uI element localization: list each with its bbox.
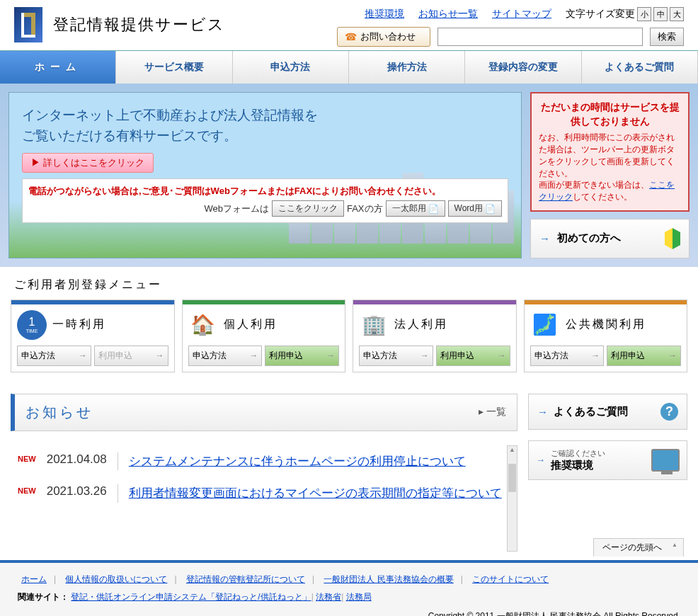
top-links: 推奨環境 お知らせ一覧 サイトマップ 文字サイズ変更 小 中 大 [365, 7, 684, 21]
public-apply-button[interactable]: 申込方法→ [530, 346, 605, 366]
news-link[interactable]: システムメンテナンスに伴うホームページの利用停止について [118, 452, 510, 471]
news-item: NEW 2021.04.08 システムメンテナンスに伴うホームページの利用停止に… [18, 445, 510, 478]
ichitaro-button[interactable]: 一太郎用 📄 [386, 200, 445, 217]
font-large-button[interactable]: 大 [670, 7, 684, 21]
main-nav: ホーム サービス概要 申込方法 操作方法 登録内容の変更 よくあるご質問 [0, 50, 698, 84]
phone-icon: ☎ [345, 31, 357, 42]
search-button[interactable]: 検索 [650, 28, 684, 46]
news-item: NEW 2021.03.26 利用者情報変更画面におけるマイページの表示期間の指… [18, 477, 510, 510]
nav-change[interactable]: 登録内容の変更 [465, 51, 581, 84]
related-houmukyoku[interactable]: 法務局 [346, 592, 372, 602]
hero-section: インターネット上で不動産および法人登記情報を ご覧いただける有料サービスです。 … [0, 84, 698, 267]
nav-overview[interactable]: サービス概要 [116, 51, 232, 84]
logo-icon [14, 7, 42, 42]
page-top-area: ページの先頭へ [0, 535, 698, 560]
news-link[interactable]: 利用者情報変更画面におけるマイページの表示期間の指定等について [118, 484, 510, 503]
related-touki[interactable]: 登記・供託オンライン申請システム「登記ねっと/供託ねっと」 [71, 592, 311, 602]
hero-banner: インターネット上で不動産および法人登記情報を ご覧いただける有料サービスです。 … [8, 92, 522, 258]
site-title: 登記情報提供サービス [53, 14, 225, 35]
hero-contact-msg: 電話がつながらない場合は,ご意見･ご質問はWebフォームまたはFAXによりお問い… [28, 185, 502, 198]
card-corp: 🏢 法人利用 申込方法→ 利用申込→ [353, 300, 517, 372]
font-medium-button[interactable]: 中 [653, 7, 668, 21]
search-input[interactable] [437, 28, 643, 46]
word-button[interactable]: Word用 📄 [448, 200, 502, 217]
user-cards: 1TIME 一時利用 申込方法→ 利用申込→ 🏠 個人利用 申込方法→ 利用申込… [0, 300, 698, 372]
card-temp: 1TIME 一時利用 申込方法→ 利用申込→ [11, 300, 175, 372]
public-use-button[interactable]: 利用申込→ [607, 346, 681, 366]
first-time-label: 初めての方へ [557, 232, 621, 245]
page-top-button[interactable]: ページの先頭へ [593, 538, 684, 557]
contact-button[interactable]: ☎ お問い合わせ [337, 27, 430, 47]
nav-howto[interactable]: 操作方法 [349, 51, 465, 84]
arrow-right-icon: → [537, 406, 548, 418]
news-column: お知らせ ▸ 一覧 NEW 2021.04.08 システムメンテナンスに伴うホー… [11, 394, 517, 524]
news-header: お知らせ ▸ 一覧 [11, 394, 517, 431]
footer-privacy[interactable]: 個人情報の取扱いについて [65, 574, 167, 584]
building-icon: 🏢 [359, 310, 389, 340]
fax-label: FAXの方 [347, 203, 383, 215]
corp-apply-button[interactable]: 申込方法→ [359, 346, 433, 366]
footer-links: ホーム| 個人情報の取扱いについて| 登記情報の管轄登記所について| 一般財団法… [18, 574, 680, 586]
hero-text: インターネット上で不動産および法人登記情報を ご覧いただける有料サービスです。 [22, 105, 508, 146]
beginner-icon [665, 228, 680, 249]
header-right: 推奨環境 お知らせ一覧 サイトマップ 文字サイズ変更 小 中 大 ☎ お問い合わ… [337, 7, 684, 47]
user-menu-title: ご利用者別登録メニュー [0, 267, 698, 300]
nav-home[interactable]: ホーム [0, 51, 116, 84]
news-list: NEW 2021.04.08 システムメンテナンスに伴うホームページの利用停止に… [11, 431, 517, 524]
footer: ホーム| 個人情報の取扱いについて| 登記情報の管轄登記所について| 一般財団法… [0, 560, 698, 616]
header: 登記情報提供サービス 推奨環境 お知らせ一覧 サイトマップ 文字サイズ変更 小 … [0, 0, 698, 50]
personal-apply-button[interactable]: 申込方法→ [188, 346, 263, 366]
clock-icon: 1TIME [17, 310, 47, 340]
service-alert: ただいまの時間はサービスを提供しておりません なお、利用時間帯にこの表示がされた… [530, 92, 690, 212]
copyright: Copyright © 2011 一般財団法人 民事法務協会 All Right… [18, 610, 680, 616]
arrow-right-icon: → [536, 455, 545, 465]
corp-use-button[interactable]: 利用申込→ [436, 346, 510, 366]
hero-contact-row: Webフォームは ここをクリック FAXの方 一太郎用 📄 Word用 📄 [28, 200, 502, 217]
related-sites: 関連サイト： 登記・供託オンライン申請システム「登記ねっと/供託ねっと」| 法務… [18, 591, 680, 603]
card-personal: 🏠 個人利用 申込方法→ 利用申込→ [182, 300, 346, 372]
card-public: 🗾 公共機関利用 申込方法→ 利用申込→ [524, 300, 688, 372]
content-row: お知らせ ▸ 一覧 NEW 2021.04.08 システムメンテナンスに伴うホー… [0, 372, 698, 535]
faq-button[interactable]: → よくあるご質問 ? [528, 394, 687, 430]
hero-detail-button[interactable]: ▶ 詳しくはここをクリック [22, 153, 154, 173]
env-button[interactable]: → ご確認ください 推奨環境 [528, 440, 687, 480]
new-badge: NEW [18, 452, 36, 463]
news-date: 2021.04.08 [47, 452, 107, 467]
arrow-right-icon: → [539, 232, 550, 244]
webform-button[interactable]: ここをクリック [272, 200, 344, 217]
footer-org[interactable]: 一般財団法人 民事法務協会の概要 [324, 574, 453, 584]
font-small-button[interactable]: 小 [637, 7, 651, 21]
footer-jurisdiction[interactable]: 登記情報の管轄登記所について [186, 574, 305, 584]
person-map-icon: 🗾 [530, 310, 560, 340]
webform-label: Webフォームは [204, 203, 269, 215]
link-news-list[interactable]: お知らせ一覧 [418, 8, 478, 21]
logo-area[interactable]: 登記情報提供サービス [14, 7, 225, 42]
temp-apply-button[interactable]: 申込方法→ [17, 346, 91, 366]
nav-faq[interactable]: よくあるご質問 [582, 51, 698, 84]
house-icon: 🏠 [188, 310, 218, 340]
hero-contact-box: 電話がつながらない場合は,ご意見･ご質問はWebフォームまたはFAXによりお問い… [22, 178, 508, 223]
footer-about[interactable]: このサイトについて [472, 574, 549, 584]
footer-home[interactable]: ホーム [21, 574, 47, 584]
first-time-button[interactable]: → 初めての方へ [530, 219, 690, 258]
news-date: 2021.03.26 [47, 484, 107, 498]
temp-use-button[interactable]: 利用申込→ [94, 346, 168, 366]
link-env[interactable]: 推奨環境 [365, 8, 404, 21]
question-icon: ? [660, 403, 678, 421]
header-row2: ☎ お問い合わせ 検索 [337, 27, 684, 47]
link-sitemap[interactable]: サイトマップ [492, 8, 551, 21]
alert-body: なお、利用時間帯にこの表示がされた場合は、ツールバー上の更新ボタンをクリックして… [539, 132, 681, 203]
news-list-link[interactable]: ▸ 一覧 [479, 406, 506, 418]
nav-apply[interactable]: 申込方法 [233, 51, 349, 84]
personal-use-button[interactable]: 利用申込→ [265, 346, 339, 366]
news-scrollbar[interactable]: ▲ [507, 445, 517, 552]
font-size-control: 文字サイズ変更 小 中 大 [566, 7, 684, 21]
news-title: お知らせ [25, 403, 93, 422]
font-size-label: 文字サイズ変更 [566, 8, 635, 21]
related-moj[interactable]: 法務省 [316, 592, 341, 602]
monitor-icon [651, 449, 680, 472]
side-column: → よくあるご質問 ? → ご確認ください 推奨環境 [528, 394, 687, 524]
contact-label: お問い合わせ [360, 30, 416, 43]
hero-side: ただいまの時間はサービスを提供しておりません なお、利用時間帯にこの表示がされた… [530, 92, 690, 258]
new-badge: NEW [18, 484, 36, 495]
